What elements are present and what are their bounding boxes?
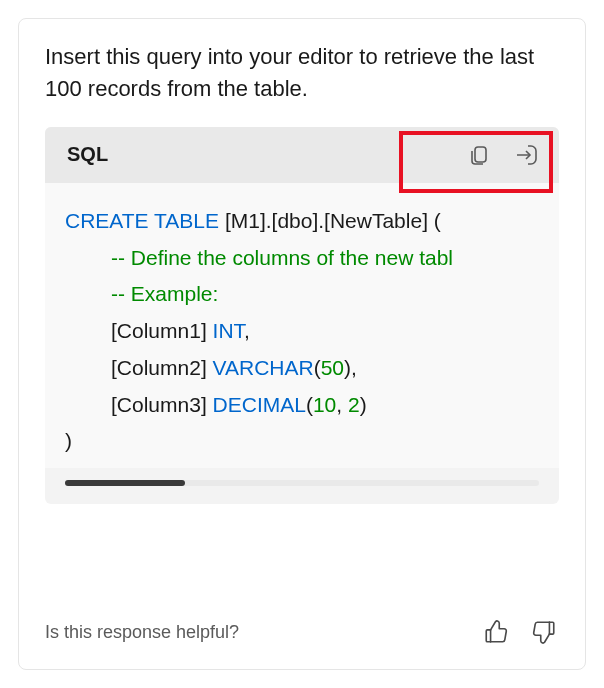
copy-icon — [467, 143, 491, 167]
feedback-icons — [481, 617, 559, 647]
thumbs-down-button[interactable] — [529, 617, 559, 647]
code-line: -- Define the columns of the new tabl — [65, 240, 539, 277]
code-line: [Column1] INT, — [65, 313, 539, 350]
scrollbar-thumb[interactable] — [65, 480, 185, 486]
code-line: [Column3] DECIMAL(10, 2) — [65, 387, 539, 424]
horizontal-scrollbar[interactable] — [65, 480, 539, 486]
response-card: Insert this query into your editor to re… — [18, 18, 586, 670]
thumbs-up-icon — [483, 619, 509, 645]
code-actions — [465, 141, 541, 169]
thumbs-up-button[interactable] — [481, 617, 511, 647]
insert-button[interactable] — [513, 141, 541, 169]
insert-icon — [514, 142, 540, 168]
code-language-label: SQL — [67, 143, 108, 166]
code-line: CREATE TABLE [M1].[dbo].[NewTable] ( — [65, 203, 539, 240]
code-body: CREATE TABLE [M1].[dbo].[NewTable] ( -- … — [45, 183, 559, 468]
thumbs-down-icon — [531, 619, 557, 645]
feedback-prompt: Is this response helpful? — [45, 622, 239, 643]
copy-button[interactable] — [465, 141, 493, 169]
code-line: -- Example: — [65, 276, 539, 313]
code-line: [Column2] VARCHAR(50), — [65, 350, 539, 387]
instruction-text: Insert this query into your editor to re… — [45, 41, 559, 105]
code-line: ) — [65, 423, 539, 460]
code-block: SQL CREATE TABLE [M1].[d — [45, 127, 559, 504]
feedback-row: Is this response helpful? — [45, 591, 559, 647]
code-header: SQL — [45, 127, 559, 183]
svg-rect-0 — [475, 147, 486, 162]
